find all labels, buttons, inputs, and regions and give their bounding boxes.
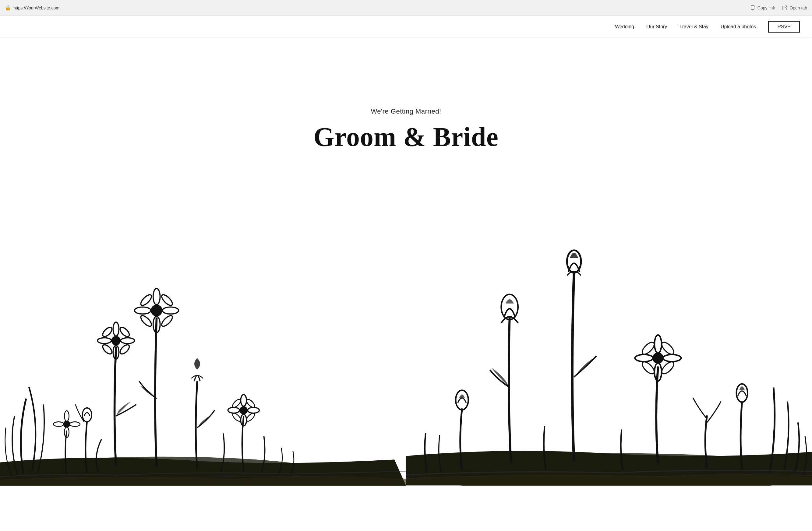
svg-point-25 [248, 408, 259, 413]
svg-point-26 [231, 398, 242, 409]
svg-point-12 [151, 305, 162, 316]
browser-address: 🔒 https://YourWebsite.com [5, 5, 59, 11]
nav-upload-photos[interactable]: Upload a photos [721, 24, 756, 30]
nav-wedding[interactable]: Wedding [615, 24, 634, 30]
svg-point-43 [663, 355, 681, 362]
svg-point-21 [240, 406, 248, 414]
svg-point-40 [654, 335, 662, 353]
botanical-illustration [0, 171, 812, 485]
svg-point-16 [162, 307, 178, 314]
nav-our-story[interactable]: Our Story [646, 24, 667, 30]
svg-point-30 [82, 408, 91, 422]
svg-point-39 [652, 353, 664, 364]
svg-point-19 [139, 314, 153, 328]
navbar: Wedding Our Story Travel & Stay Upload a… [0, 16, 812, 38]
svg-point-6 [98, 338, 112, 343]
svg-point-46 [640, 360, 656, 376]
lock-icon: 🔒 [5, 5, 11, 11]
svg-point-7 [121, 338, 135, 343]
browser-bar: 🔒 https://YourWebsite.com Copy link Open… [0, 0, 812, 16]
svg-point-9 [118, 326, 131, 338]
svg-point-31 [63, 421, 70, 427]
nav-rsvp-button[interactable]: RSVP [768, 21, 800, 33]
copy-icon [751, 5, 756, 11]
svg-point-10 [101, 343, 113, 355]
url-text: https://YourWebsite.com [13, 5, 59, 10]
svg-point-22 [241, 395, 246, 406]
botanical-left [0, 225, 406, 486]
svg-point-32 [64, 411, 69, 421]
svg-point-47 [660, 360, 676, 376]
open-tab-icon [782, 5, 788, 11]
copy-link-label: Copy link [757, 5, 775, 10]
svg-point-11 [118, 343, 131, 355]
svg-point-15 [135, 307, 151, 314]
svg-point-37 [501, 294, 518, 320]
svg-point-3 [112, 336, 121, 345]
hero-subtitle: We're Getting Married! [371, 107, 441, 115]
hero-section: We're Getting Married! Groom & Bride [0, 38, 812, 531]
svg-point-45 [660, 340, 676, 356]
svg-point-29 [245, 412, 256, 422]
copy-link-button[interactable]: Copy link [751, 5, 775, 11]
open-tab-label: Open tab [789, 5, 807, 10]
svg-rect-1 [751, 5, 754, 10]
svg-point-42 [635, 355, 653, 362]
nav-travel-stay[interactable]: Travel & Stay [679, 24, 708, 30]
svg-point-4 [113, 322, 119, 336]
svg-point-44 [640, 340, 656, 356]
browser-actions: Copy link Open tab [751, 5, 807, 11]
open-tab-button[interactable]: Open tab [782, 5, 807, 11]
botanical-right [406, 171, 812, 485]
svg-point-13 [153, 288, 160, 305]
svg-point-24 [228, 408, 240, 413]
svg-point-28 [231, 412, 242, 422]
svg-point-35 [70, 422, 80, 426]
svg-point-8 [101, 326, 113, 338]
svg-point-34 [53, 422, 64, 426]
svg-point-48 [456, 390, 468, 410]
svg-point-20 [160, 314, 174, 328]
svg-point-17 [139, 293, 153, 307]
svg-point-27 [245, 398, 256, 409]
hero-title: Groom & Bride [314, 121, 498, 152]
svg-point-18 [160, 293, 174, 307]
